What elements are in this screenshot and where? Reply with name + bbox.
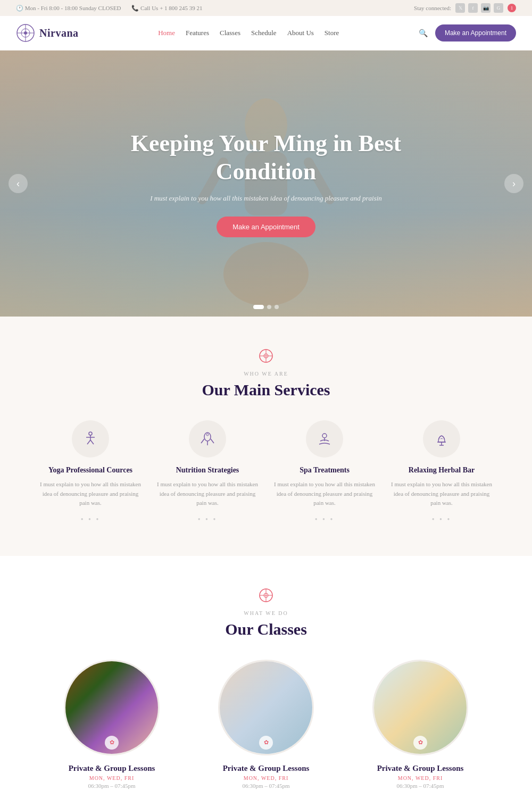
service-card-yoga: Yoga Professional Cources I must explain… xyxy=(37,420,144,524)
class-card-2: ✿ Private & Group Lessons MON, WED, FRI … xyxy=(197,660,335,789)
classes-section-icon xyxy=(21,588,511,606)
hero-dots xyxy=(253,305,279,309)
hero-cta-button[interactable]: Make an Appointment xyxy=(217,217,315,237)
class-time-3: 06:30pm – 07:45pm xyxy=(351,783,489,789)
svg-line-17 xyxy=(87,440,90,444)
gplus-icon[interactable]: G xyxy=(494,3,503,13)
service-card-nutrition: Nutrition Strategies I must explain to y… xyxy=(154,420,261,524)
hero-dot-2[interactable] xyxy=(267,305,271,309)
social-icons: 𝕏 f 📷 G xyxy=(455,3,503,13)
yoga-service-icon xyxy=(72,420,109,458)
nav-schedule[interactable]: Schedule xyxy=(251,29,277,37)
logo: Nirvana xyxy=(16,23,79,43)
class-image-3: ✿ xyxy=(372,660,468,755)
hero-title: Keeping Your Ming in Best Condition xyxy=(101,130,431,186)
hero-dot-3[interactable] xyxy=(275,305,279,309)
spa-service-icon xyxy=(306,420,343,458)
svg-point-7 xyxy=(223,242,309,306)
logo-text: Nirvana xyxy=(39,27,79,39)
hero-next-button[interactable]: › xyxy=(504,174,523,193)
classes-section: WHAT WE DO Our Classes ✿ Private & Group… xyxy=(0,556,532,798)
appointment-button[interactable]: Make an Appointment xyxy=(435,24,516,41)
svg-point-23 xyxy=(206,434,209,436)
herbal-service-name: Relaxing Herbal Bar xyxy=(388,466,495,475)
service-card-herbal: Relaxing Herbal Bar I must explain to yo… xyxy=(388,420,495,524)
class-time-1: 06:30pm – 07:45pm xyxy=(43,783,181,789)
services-grid: Yoga Professional Cources I must explain… xyxy=(21,420,511,524)
top-bar-social: Stay connected: 𝕏 f 📷 G 1 xyxy=(414,3,516,13)
class-time-2: 06:30pm – 07:45pm xyxy=(197,783,335,789)
class-days-2: MON, WED, FRI xyxy=(197,775,335,781)
svg-point-24 xyxy=(322,434,327,438)
phone-info: 📞 Call Us + 1 800 245 39 21 xyxy=(131,5,202,12)
class-image-1: ✿ xyxy=(64,660,160,755)
class-card-1: ✿ Private & Group Lessons MON, WED, FRI … xyxy=(43,660,181,789)
nutrition-service-icon xyxy=(189,420,226,458)
svg-line-18 xyxy=(90,440,94,444)
hero-content: Keeping Your Ming in Best Condition I mu… xyxy=(80,130,452,238)
herbal-service-icon xyxy=(423,420,460,458)
hero-dot-1[interactable] xyxy=(253,305,264,309)
class-days-1: MON, WED, FRI xyxy=(43,775,181,781)
svg-point-4 xyxy=(24,31,27,35)
classes-title: Our Classes xyxy=(21,620,511,638)
nav-classes[interactable]: Classes xyxy=(220,29,240,37)
spa-service-name: Spa Treatments xyxy=(271,466,378,475)
service-card-spa: Spa Treatments I must explain to you how… xyxy=(271,420,378,524)
class-card-3: ✿ Private & Group Lessons MON, WED, FRI … xyxy=(351,660,489,789)
main-nav: Home Features Classes Schedule About Us … xyxy=(158,29,339,37)
twitter-icon[interactable]: 𝕏 xyxy=(455,3,465,13)
logo-icon xyxy=(16,23,35,43)
services-sub-label: WHO WE ARE xyxy=(21,371,511,377)
classes-grid: ✿ Private & Group Lessons MON, WED, FRI … xyxy=(21,660,511,789)
svg-line-21 xyxy=(211,439,214,443)
class-days-3: MON, WED, FRI xyxy=(351,775,489,781)
nav-features[interactable]: Features xyxy=(186,29,209,37)
herbal-service-dots: • • • xyxy=(432,516,452,523)
nav-store[interactable]: Store xyxy=(325,29,339,37)
services-section: WHO WE ARE Our Main Services Yoga Profes… xyxy=(0,317,532,556)
nutrition-service-dots: • • • xyxy=(198,516,218,523)
svg-point-14 xyxy=(89,432,92,435)
cart-badge[interactable]: 1 xyxy=(508,4,516,12)
hours-info: 🕐 Mon - Fri 8:00 - 18:00 Sunday CLOSED xyxy=(16,5,121,12)
hero-section: Keeping Your Ming in Best Condition I mu… xyxy=(0,51,532,317)
nutrition-service-name: Nutrition Strategies xyxy=(154,466,261,475)
search-icon[interactable]: 🔍 xyxy=(419,29,428,38)
services-section-icon xyxy=(21,348,511,367)
yoga-service-dots: • • • xyxy=(81,516,101,523)
services-title: Our Main Services xyxy=(21,381,511,399)
yoga-service-desc: I must explain to you how all this mista… xyxy=(37,480,144,508)
classes-sub-label: WHAT WE DO xyxy=(21,610,511,616)
spa-service-dots: • • • xyxy=(315,516,335,523)
header-actions: 🔍 Make an Appointment xyxy=(419,24,516,41)
class-name-1: Private & Group Lessons xyxy=(43,764,181,773)
class-overlay-icon-2: ✿ xyxy=(259,736,273,750)
class-overlay-icon-1: ✿ xyxy=(105,736,119,750)
top-bar-info: 🕐 Mon - Fri 8:00 - 18:00 Sunday CLOSED 📞… xyxy=(16,5,203,12)
class-overlay-icon-3: ✿ xyxy=(413,736,427,750)
top-bar: 🕐 Mon - Fri 8:00 - 18:00 Sunday CLOSED 📞… xyxy=(0,0,532,16)
nav-about[interactable]: About Us xyxy=(287,29,314,37)
class-image-2: ✿ xyxy=(218,660,314,755)
facebook-icon[interactable]: f xyxy=(468,3,478,13)
hero-prev-button[interactable]: ‹ xyxy=(9,174,28,193)
nav-home[interactable]: Home xyxy=(158,29,175,37)
class-name-3: Private & Group Lessons xyxy=(351,764,489,773)
herbal-service-desc: I must explain to you how all this mista… xyxy=(388,480,495,508)
header: Nirvana Home Features Classes Schedule A… xyxy=(0,16,532,51)
yoga-service-name: Yoga Professional Cources xyxy=(37,466,144,475)
svg-line-20 xyxy=(201,439,204,443)
nutrition-service-desc: I must explain to you how all this mista… xyxy=(154,480,261,508)
spa-service-desc: I must explain to you how all this mista… xyxy=(271,480,378,508)
class-name-2: Private & Group Lessons xyxy=(197,764,335,773)
hero-subtitle: I must explain to you how all this mista… xyxy=(101,194,431,203)
instagram-icon[interactable]: 📷 xyxy=(481,3,491,13)
